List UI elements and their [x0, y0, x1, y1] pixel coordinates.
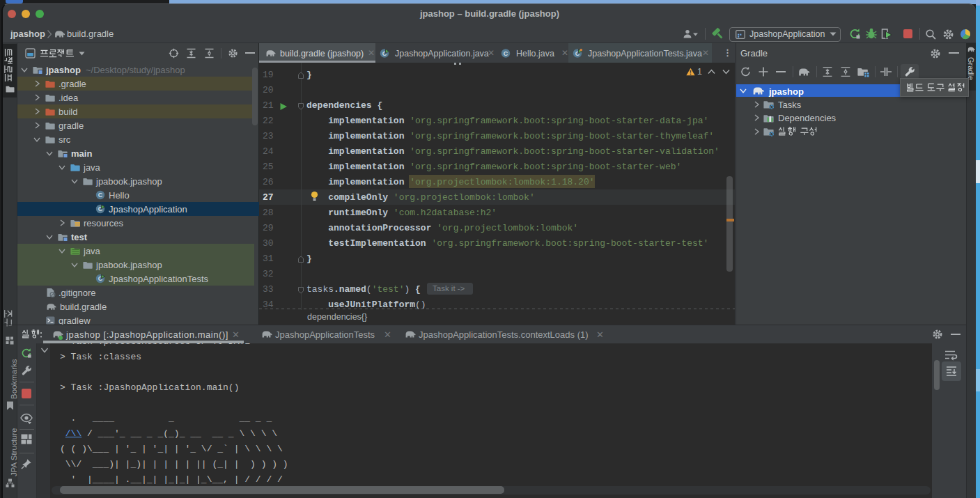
svg-text:C: C [504, 50, 508, 57]
svg-text:C: C [98, 192, 103, 199]
